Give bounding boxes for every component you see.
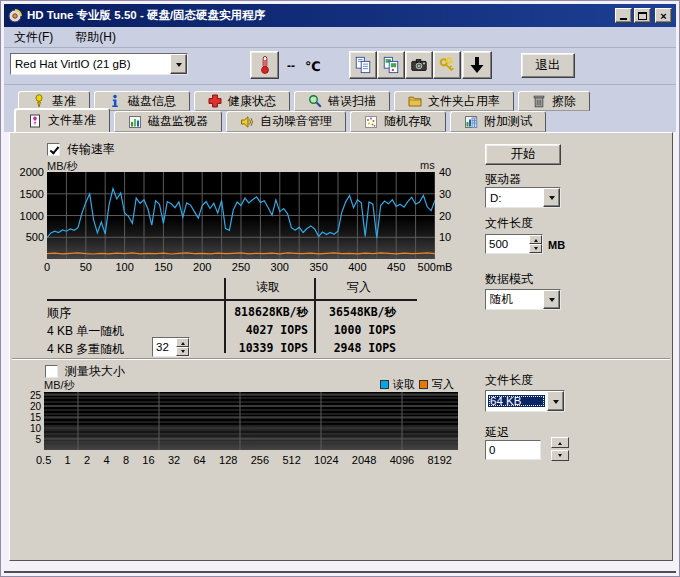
block-length-label: 文件长度 <box>485 372 533 389</box>
arrow-down-icon <box>558 454 562 459</box>
tab-strip: 基准 磁盘信息 健康状态 错误扫描 文件夹占用率 <box>4 85 676 132</box>
table-header-rule <box>47 299 417 301</box>
license-keys-button[interactable] <box>433 51 461 79</box>
transfer-rate-checkbox[interactable] <box>47 143 60 156</box>
close-button[interactable]: × <box>655 8 672 23</box>
copy-text-button[interactable] <box>349 51 377 79</box>
tab-disk-monitor[interactable]: 磁盘监视器 <box>114 111 222 132</box>
tab-label: 随机存取 <box>384 113 432 130</box>
graph2-legend: 读取 写入 <box>380 377 454 392</box>
exit-button[interactable]: 退出 <box>521 53 575 78</box>
save-results-button[interactable] <box>462 51 492 79</box>
transfer-rate-option: 传输速率 <box>47 141 115 158</box>
tab-label: 基准 <box>52 93 76 110</box>
4k-multi-read-value: 10339 IOPS <box>222 341 308 355</box>
tab-label: 错误扫描 <box>328 93 376 110</box>
minimize-button[interactable] <box>615 8 632 23</box>
tab-label: 磁盘监视器 <box>148 113 208 130</box>
write-column-header: 写入 <box>316 279 402 296</box>
transfer-graph-svg <box>47 172 435 259</box>
transfer-graph-xticks: 050100150200250300350400450500mB <box>10 261 510 275</box>
tab-label: 文件夹占用率 <box>428 93 500 110</box>
target-drive-arrow[interactable] <box>543 188 560 207</box>
copy-text-icon <box>354 56 372 74</box>
queue-depth-spinner[interactable]: 32 <box>152 337 190 357</box>
save-down-arrow-icon <box>467 55 487 75</box>
sequential-read-value: 818628KB/秒 <box>222 305 308 320</box>
arrow-up-icon <box>558 440 562 445</box>
block-length-select[interactable]: 64 KB <box>485 390 565 412</box>
spin-up-button[interactable] <box>529 235 542 244</box>
delay-up-button[interactable] <box>551 437 569 448</box>
target-drive-select[interactable]: D: <box>485 187 561 208</box>
erase-icon <box>532 94 546 108</box>
tab-extra-tests[interactable]: 附加测试 <box>450 111 546 132</box>
data-mode-select[interactable]: 随机 <box>485 289 561 310</box>
benchmark-icon <box>32 94 46 108</box>
close-icon: × <box>660 11 666 21</box>
drive-combobox-value: Red Hat VirtIO (21 gB) <box>11 58 170 70</box>
data-mode-label: 数据模式 <box>485 271 533 288</box>
copy-image-icon <box>382 56 400 74</box>
minimize-icon <box>620 18 627 20</box>
graph1-right-unit-label: ms <box>420 159 435 171</box>
tab-aam[interactable]: 自动噪音管理 <box>226 111 346 132</box>
arrow-up-icon <box>181 340 185 345</box>
copy-image-button[interactable] <box>377 51 405 79</box>
start-button[interactable]: 开始 <box>485 144 561 165</box>
row-label-sequential: 顺序 <box>47 305 71 322</box>
tab-file-benchmark[interactable]: 文件基准 <box>14 108 110 132</box>
tab-label: 自动噪音管理 <box>260 113 332 130</box>
data-mode-arrow[interactable] <box>543 290 560 309</box>
block-length-value: 64 KB <box>488 395 545 407</box>
file-length-label: 文件长度 <box>485 215 533 232</box>
tab-error-scan[interactable]: 错误扫描 <box>294 91 390 111</box>
tab-health[interactable]: 健康状态 <box>194 91 290 111</box>
random-access-icon <box>364 115 378 129</box>
tab-erase[interactable]: 擦除 <box>518 91 590 111</box>
chevron-down-icon <box>553 400 559 407</box>
file-length-spinner[interactable]: 500 <box>485 234 543 254</box>
sequential-write-value: 36548KB/秒 <box>316 305 396 320</box>
window-controls: × <box>615 8 672 23</box>
block-size-checkbox[interactable] <box>45 365 58 378</box>
screenshot-button[interactable] <box>405 51 433 79</box>
maximize-button[interactable] <box>634 8 651 23</box>
temperature-value: -- <box>287 59 295 73</box>
drive-combobox[interactable]: Red Hat VirtIO (21 gB) <box>10 53 188 75</box>
tab-folder-usage[interactable]: 文件夹占用率 <box>394 91 514 111</box>
legend-write-swatch <box>419 380 428 389</box>
toolbar-button-group <box>349 51 461 79</box>
legend-read-label: 读取 <box>393 377 415 392</box>
drive-combobox-arrow[interactable] <box>170 54 187 74</box>
spin-up-button[interactable] <box>176 338 189 347</box>
tab-label: 附加测试 <box>484 113 532 130</box>
queue-depth-spin-buttons <box>176 338 189 356</box>
tab-random-access[interactable]: 随机存取 <box>350 111 446 132</box>
delay-spin-buttons <box>551 437 569 462</box>
maximize-icon <box>638 12 647 20</box>
title-bar[interactable]: HD Tune 专业版 5.50 - 硬盘/固态硬盘实用程序 × <box>4 4 676 27</box>
file-length-spin-buttons <box>529 235 542 253</box>
chevron-down-icon <box>549 298 555 305</box>
spin-down-button[interactable] <box>529 244 542 253</box>
spin-down-button[interactable] <box>176 347 189 356</box>
transfer-rate-label: 传输速率 <box>67 141 115 158</box>
transfer-rate-graph <box>47 172 435 259</box>
block-length-arrow[interactable] <box>547 391 564 411</box>
file-benchmark-icon <box>28 114 42 128</box>
temperature-button[interactable] <box>250 51 279 79</box>
menu-help[interactable]: 帮助(H) <box>71 27 120 48</box>
keys-icon <box>438 56 456 74</box>
menu-file[interactable]: 文件(F) <box>10 27 57 48</box>
delay-down-button[interactable] <box>551 450 569 461</box>
disk-monitor-icon <box>128 115 142 129</box>
tab-row-2: 文件基准 磁盘监视器 自动噪音管理 随机存取 附加测试 <box>14 111 546 132</box>
app-icon <box>8 9 22 23</box>
health-icon <box>208 94 222 108</box>
target-drive-value: D: <box>486 192 543 204</box>
chevron-down-icon <box>176 63 182 70</box>
delay-label: 延迟 <box>485 424 509 441</box>
delay-input[interactable]: 0 <box>485 440 541 460</box>
4k-multi-write-value: 2948 IOPS <box>316 341 396 355</box>
